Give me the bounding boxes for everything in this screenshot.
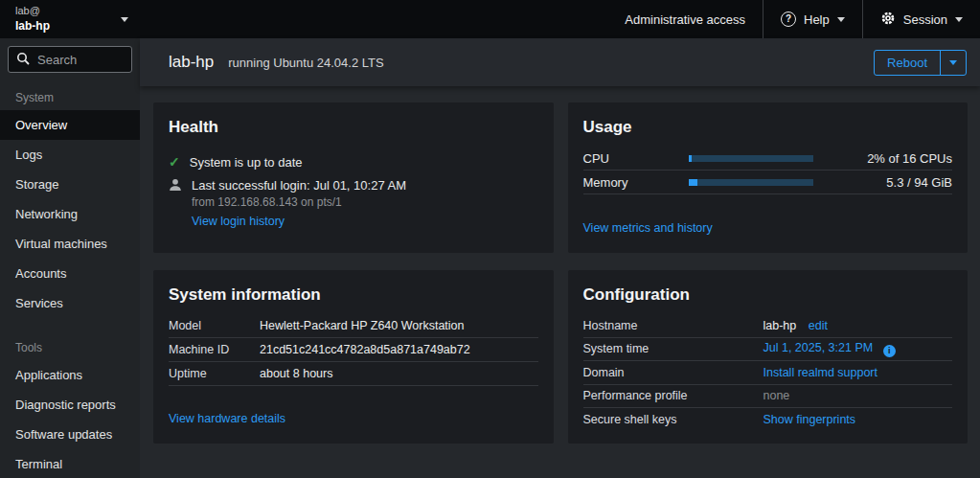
ssh-keys-row: Secure shell keys Show fingerprints	[583, 408, 953, 432]
system-time-link[interactable]: Jul 1, 2025, 3:21 PM	[763, 341, 874, 354]
update-status-text: System is up to date	[190, 155, 303, 170]
os-release-label: running Ubuntu 24.04.2 LTS	[228, 56, 383, 70]
view-hardware-details-link[interactable]: View hardware details	[169, 412, 538, 430]
view-login-history-link[interactable]: View login history	[192, 215, 285, 228]
sidebar-search	[8, 46, 132, 73]
cockpit-app: lab@ lab-hp Administrative access ? Help	[0, 0, 980, 478]
system-information-card: System information Model Hewlett-Packard…	[153, 270, 554, 444]
last-login-text: Last successful login: Jul 01, 10:27 AM	[192, 178, 406, 193]
cpu-progress-fill	[689, 155, 693, 162]
health-card-title: Health	[169, 118, 538, 137]
hostname-row: Hostname lab-hp edit	[583, 314, 953, 338]
ssh-keys-label: Secure shell keys	[583, 413, 763, 426]
sidebar-item-logs[interactable]: Logs	[0, 140, 140, 170]
configuration-title: Configuration	[583, 285, 953, 305]
chevron-down-icon	[837, 17, 845, 22]
machine-id-label: Machine ID	[169, 343, 260, 356]
edit-hostname-link[interactable]: edit	[809, 319, 828, 332]
page-header: lab-hp running Ubuntu 24.04.2 LTS Reboot	[140, 38, 980, 86]
health-card: Health ✓ System is up to date Last succe…	[153, 102, 554, 253]
system-information-title: System information	[169, 285, 538, 305]
cpu-usage-value: 2% of 16 CPUs	[813, 151, 952, 166]
system-time-label: System time	[583, 342, 763, 355]
machine-id-value: 21cd51c241cc4782a8d5a871a749ab72	[260, 343, 538, 356]
logged-in-user: lab@	[15, 4, 121, 18]
hostname-value: lab-hp	[763, 319, 797, 332]
gear-icon	[880, 11, 896, 29]
sidebar-item-services[interactable]: Services	[0, 288, 140, 318]
system-time-row: System time Jul 1, 2025, 3:21 PM i	[583, 338, 953, 362]
sidebar-item-accounts[interactable]: Accounts	[0, 259, 140, 288]
last-login-row: Last successful login: Jul 01, 10:27 AM …	[169, 178, 538, 228]
domain-row: Domain Install realmd support	[583, 361, 953, 385]
show-fingerprints-link[interactable]: Show fingerprints	[763, 413, 953, 426]
current-host: lab-hp	[15, 18, 121, 34]
sidebar-item-storage[interactable]: Storage	[0, 170, 140, 199]
sidebar-item-applications[interactable]: Applications	[0, 360, 140, 390]
sidebar-item-terminal[interactable]: Terminal	[0, 449, 140, 478]
sidebar-section-system: System	[0, 80, 140, 110]
memory-usage-row: Memory 5.3 / 94 GiB	[583, 171, 953, 194]
install-realmd-link[interactable]: Install realmd support	[763, 366, 953, 379]
model-label: Model	[169, 319, 260, 332]
sidebar-nav: System Overview Logs Storage Networking …	[0, 38, 140, 478]
host-switcher[interactable]: lab@ lab-hp	[0, 0, 140, 38]
cpu-label: CPU	[583, 151, 689, 166]
memory-progress-bar	[689, 179, 814, 186]
machine-id-row: Machine ID 21cd51c241cc4782a8d5a871a749a…	[169, 338, 538, 362]
session-label: Session	[903, 12, 947, 27]
overview-content: Health ✓ System is up to date Last succe…	[140, 86, 980, 478]
reboot-button[interactable]: Reboot	[875, 51, 940, 75]
performance-profile-label: Performance profile	[583, 389, 763, 402]
reboot-split-button: Reboot	[874, 50, 967, 76]
sidebar-item-software-updates[interactable]: Software updates	[0, 420, 140, 449]
uptime-value: about 8 hours	[260, 367, 538, 380]
usage-card-title: Usage	[583, 118, 953, 137]
host-switcher-label: lab@ lab-hp	[15, 4, 121, 34]
sidebar-item-virtual-machines[interactable]: Virtual machines	[0, 229, 140, 259]
chevron-down-icon	[955, 17, 963, 22]
system-time-cell: Jul 1, 2025, 3:21 PM i	[763, 341, 953, 357]
user-icon	[169, 178, 182, 194]
hostname-label: Hostname	[583, 319, 763, 332]
reboot-menu-toggle[interactable]	[940, 51, 966, 75]
update-status-row: ✓ System is up to date	[169, 155, 538, 170]
masthead-toolbar: Administrative access ? Help Session	[607, 0, 980, 38]
memory-progress-fill	[689, 179, 697, 186]
memory-usage-value: 5.3 / 94 GiB	[813, 175, 952, 190]
administrative-access-label: Administrative access	[625, 12, 745, 27]
cpu-progress-bar	[689, 155, 814, 162]
domain-label: Domain	[583, 366, 763, 379]
sidebar-item-networking[interactable]: Networking	[0, 199, 140, 229]
last-login-block: Last successful login: Jul 01, 10:27 AM …	[192, 178, 406, 228]
check-icon: ✓	[169, 155, 180, 170]
sidebar-item-diagnostic-reports[interactable]: Diagnostic reports	[0, 390, 140, 420]
model-value: Hewlett-Packard HP Z640 Workstation	[260, 319, 538, 332]
performance-profile-row: Performance profile none	[583, 385, 953, 409]
uptime-row: Uptime about 8 hours	[169, 362, 538, 386]
chevron-down-icon	[121, 17, 128, 22]
memory-label: Memory	[583, 175, 689, 190]
help-menu-button[interactable]: ? Help	[763, 0, 862, 38]
page-title: lab-hp	[169, 53, 214, 72]
uptime-label: Uptime	[169, 367, 260, 380]
usage-card: Usage CPU 2% of 16 CPUs Memory 5.3 / 94 …	[568, 102, 969, 253]
masthead: lab@ lab-hp Administrative access ? Help	[0, 0, 980, 38]
configuration-card: Configuration Hostname lab-hp edit Syste…	[568, 270, 969, 444]
sidebar-section-tools: Tools	[0, 330, 140, 360]
info-icon[interactable]: i	[883, 345, 896, 357]
sidebar-item-overview[interactable]: Overview	[0, 110, 140, 140]
last-login-detail: from 192.168.68.143 on pts/1	[192, 195, 406, 209]
cpu-usage-row: CPU 2% of 16 CPUs	[583, 147, 953, 171]
view-metrics-link[interactable]: View metrics and history	[583, 221, 953, 239]
help-icon: ?	[781, 11, 796, 27]
help-label: Help	[804, 12, 830, 27]
hostname-value-cell: lab-hp edit	[763, 319, 953, 332]
performance-profile-value: none	[763, 389, 953, 402]
search-icon	[16, 52, 30, 68]
administrative-access-button[interactable]: Administrative access	[607, 0, 763, 38]
chevron-down-icon	[949, 60, 957, 65]
model-row: Model Hewlett-Packard HP Z640 Workstatio…	[169, 314, 538, 338]
session-menu-button[interactable]: Session	[862, 0, 980, 38]
